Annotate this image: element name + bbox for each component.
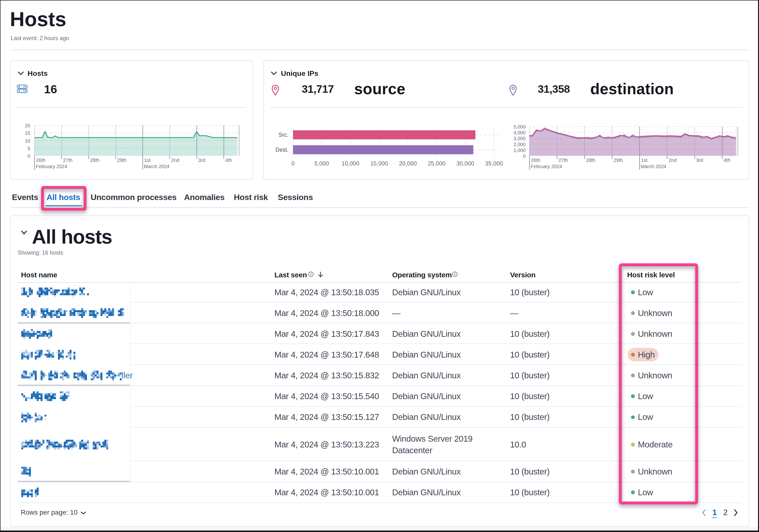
svg-text:15: 15 [25,131,30,136]
svg-text:1st: 1st [641,157,648,163]
svg-text:27th: 27th [63,157,72,163]
svg-text:26th: 26th [531,157,540,163]
svg-text:27th: 27th [558,157,568,163]
svg-text:28th: 28th [90,157,100,163]
svg-text:25,000: 25,000 [428,160,445,167]
svg-text:30,000: 30,000 [456,160,474,167]
svg-text:Src.: Src. [279,132,289,138]
svg-text:20,000: 20,000 [399,160,417,167]
svg-text:4,000: 4,000 [514,130,526,135]
svg-text:0: 0 [27,153,30,159]
svg-text:March 2024: March 2024 [641,164,666,169]
svg-text:March 2024: March 2024 [144,164,170,169]
svg-text:February 2024: February 2024 [531,164,562,169]
svg-text:0: 0 [291,160,295,167]
svg-text:3rd: 3rd [696,157,703,163]
svg-text:3,000: 3,000 [514,136,526,141]
svg-text:10,000: 10,000 [341,160,359,167]
svg-text:26th: 26th [36,157,45,163]
svg-text:5: 5 [27,146,30,151]
svg-text:29th: 29th [117,157,127,163]
svg-text:5,000: 5,000 [514,124,526,130]
svg-text:2nd: 2nd [171,157,179,163]
svg-text:15,000: 15,000 [370,160,388,167]
svg-text:0: 0 [523,153,526,159]
svg-text:35,000: 35,000 [485,160,503,167]
svg-text:20: 20 [25,123,30,128]
svg-text:29th: 29th [614,157,623,163]
svg-text:4th: 4th [225,157,232,163]
svg-text:28th: 28th [586,157,595,163]
svg-text:1,000: 1,000 [514,147,526,153]
svg-text:Dest.: Dest. [275,147,289,153]
svg-text:3rd: 3rd [198,157,205,163]
svg-text:4th: 4th [724,157,731,163]
svg-text:5,000: 5,000 [314,160,329,167]
svg-text:February 2024: February 2024 [36,164,67,169]
svg-text:1st: 1st [144,157,151,163]
svg-text:2nd: 2nd [669,157,677,163]
svg-text:10: 10 [25,138,30,143]
svg-text:2,000: 2,000 [514,142,526,147]
